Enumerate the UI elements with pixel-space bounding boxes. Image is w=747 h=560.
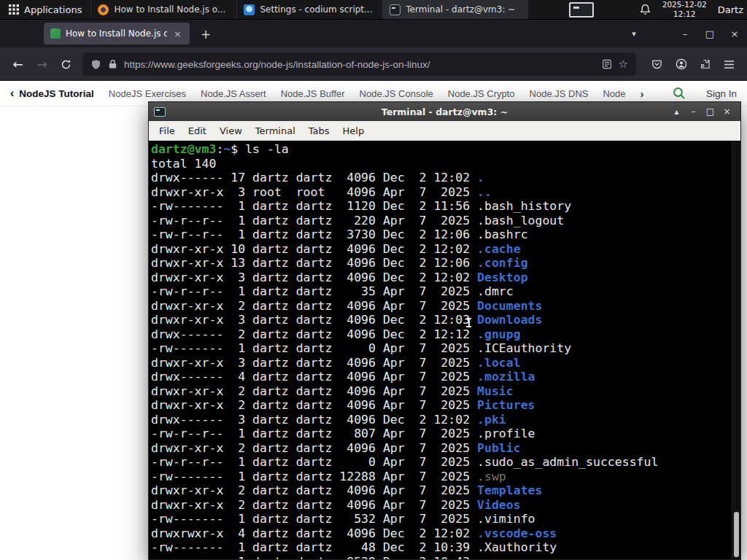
browser-close-button[interactable]: × (722, 28, 747, 39)
file-meta: -rw-r--r-- 1 dartz dartz 35 Apr 7 2025 (151, 284, 477, 298)
tab-close-button[interactable]: × (172, 28, 183, 39)
extensions-puzzle-icon[interactable] (693, 52, 717, 76)
file-meta: drwxr-xr-x 2 dartz dartz 4096 Apr 7 2025 (151, 483, 477, 497)
file-meta: drwxr-xr-x 3 root root 4096 Apr 7 2025 (151, 185, 477, 199)
gfg-nav-link[interactable]: Node.JS Crypto (448, 88, 515, 99)
taskbar-window-title: How to Install Node.js o... (114, 4, 225, 15)
gfg-nav-active-link[interactable]: ‹ NodeJS Tutorial (10, 88, 94, 99)
taskbar-window-button[interactable]: How to Install Node.js o... (90, 0, 236, 19)
tracking-shield-icon[interactable] (90, 59, 101, 70)
terminal-output-line: drwxr-xr-x 2 dartz dartz 4096 Apr 7 2025… (151, 498, 730, 513)
file-name: Music (477, 384, 514, 398)
padlock-icon[interactable] (108, 59, 117, 69)
bookmark-star-icon[interactable]: ☆ (619, 58, 628, 71)
tabstrip-controls: ▾ – □ × (623, 20, 747, 47)
back-button[interactable]: ← (6, 52, 30, 76)
file-meta: -rw-r--r-- 1 dartz dartz 3730 Dec 2 12:0… (151, 228, 477, 241)
hamburger-menu-icon[interactable] (717, 52, 741, 76)
file-name: .viminfo (477, 512, 535, 526)
terminal-titlebar[interactable]: Terminal - dartz@vm3: ~ ▴ – □ × (149, 102, 740, 121)
terminal-menu-item[interactable]: Tabs (302, 123, 336, 139)
terminal-scrollbar[interactable] (732, 141, 740, 559)
url-text[interactable]: https://www.geeksforgeeks.org/node-js/in… (124, 59, 595, 70)
terminal-minimize-button[interactable]: – (685, 106, 702, 117)
pocket-icon[interactable] (645, 52, 669, 76)
file-name: Documents (477, 299, 542, 313)
file-meta: -rw------- 1 dartz dartz 48 Dec 2 10:39 (151, 540, 477, 554)
typed-command: ls -la (245, 142, 289, 156)
file-meta: drwxr-xr-x 2 dartz dartz 4096 Apr 7 2025 (151, 384, 477, 398)
file-meta: drwxr-xr-x 3 dartz dartz 4096 Apr 7 2025 (151, 356, 477, 370)
file-name: Downloads (477, 313, 542, 327)
tab-strip: How to Install Node.js on × + ▾ – □ × (0, 20, 747, 47)
reader-mode-icon[interactable] (602, 59, 612, 69)
file-meta: -rw-r--r-- 1 dartz dartz 0 Apr 7 2025 (151, 455, 477, 469)
file-name: . (477, 171, 484, 184)
file-meta: -rw------- 1 dartz dartz 0 Apr 7 2025 (151, 341, 477, 355)
browser-maximize-button[interactable]: □ (697, 28, 722, 39)
terminal-output-line: drwx------ 17 dartz dartz 4096 Dec 2 12:… (151, 171, 730, 185)
terminal-maximize-button[interactable]: □ (702, 106, 719, 117)
scrollbar-thumb[interactable] (734, 512, 739, 557)
terminal-output-line: drwx------ 2 dartz dartz 4096 Dec 2 12:1… (151, 327, 730, 342)
all-tabs-chevron-icon[interactable]: ▾ (623, 29, 645, 39)
taskbar-window-title: Settings - codium script... (260, 4, 372, 15)
gfg-nav-link[interactable]: Node (603, 88, 625, 99)
browser-tab[interactable]: How to Install Node.js on × (44, 23, 190, 44)
taskbar-window-button[interactable]: Settings - codium script... (236, 0, 382, 19)
taskbar-app-icon (244, 4, 255, 15)
gfg-nav-link[interactable]: Node.JS Buffer (281, 88, 345, 99)
terminal-output-line: -rw------- 1 dartz dartz 12288 Apr 7 202… (151, 470, 730, 484)
taskbar-window-title: Terminal - dartz@vm3: ~ (406, 4, 515, 15)
terminal-output-line: drwxr-xr-x 2 dartz dartz 4096 Apr 7 2025… (151, 398, 730, 413)
terminal-menu-item[interactable]: Terminal (249, 123, 302, 139)
terminal-menu-item[interactable]: View (213, 123, 249, 139)
gfg-active-label: NodeJS Tutorial (19, 88, 94, 99)
taskbar-window-button[interactable]: Terminal - dartz@vm3: ~ (382, 0, 528, 19)
terminal-menu-item[interactable]: File (152, 123, 182, 139)
gfg-nav-link[interactable]: Node.JS Assert (201, 88, 266, 99)
file-name: Templates (477, 483, 542, 497)
url-bar[interactable]: https://www.geeksforgeeks.org/node-js/in… (82, 52, 636, 76)
reload-button[interactable] (54, 52, 78, 76)
terminal-output-line: drwxr-xr-x 2 dartz dartz 4096 Apr 7 2025… (151, 384, 730, 399)
terminal-shade-button[interactable]: ▴ (668, 106, 685, 117)
terminal-output-line: drwxr-xr-x 10 dartz dartz 4096 Dec 2 12:… (151, 242, 730, 257)
file-name: .xscreensaver (477, 555, 571, 560)
terminal-output-line: -rw------- 1 dartz dartz 1120 Dec 2 11:5… (151, 199, 730, 214)
file-name: .sudo_as_admin_successful (477, 455, 658, 469)
new-tab-button[interactable]: + (197, 26, 214, 43)
file-meta: -rw------- 1 dartz dartz 1120 Dec 2 11:5… (151, 199, 477, 213)
file-name: .mozilla (477, 370, 535, 384)
file-name: Public (477, 441, 521, 455)
clock[interactable]: 2025-12-02 12:12 (662, 0, 707, 18)
sign-in-link[interactable]: Sign In (706, 88, 737, 99)
applications-menu-button[interactable]: Applications (0, 0, 90, 19)
user-menu[interactable]: Dartz (718, 4, 743, 15)
nav-next-chevron-icon[interactable]: › (640, 88, 644, 100)
terminal-menu-item[interactable]: Help (336, 123, 371, 139)
terminal-output[interactable]: dartz@vm3:~$ ls -la total 140 drwx------… (149, 141, 740, 559)
gfg-nav-link[interactable]: NodeJS Exercises (109, 88, 186, 99)
tray-terminal-icon[interactable] (569, 2, 594, 18)
terminal-window: Terminal - dartz@vm3: ~ ▴ – □ × File Edi… (148, 101, 741, 560)
browser-minimize-button[interactable]: – (673, 28, 697, 39)
search-icon[interactable] (673, 87, 686, 100)
gfg-nav-link[interactable]: Node.JS DNS (530, 88, 589, 99)
terminal-output-line: drwxr-xr-x 2 dartz dartz 4096 Apr 7 2025… (151, 299, 730, 314)
file-name: .config (477, 256, 528, 270)
account-icon[interactable] (669, 52, 693, 76)
terminal-menu-item[interactable]: Edit (182, 123, 213, 139)
nav-prev-chevron-icon[interactable]: ‹ (10, 88, 14, 99)
terminal-output-line: drwxr-xr-x 2 dartz dartz 4096 Apr 7 2025… (151, 441, 730, 456)
notifications-bell-icon[interactable] (639, 4, 651, 16)
gfg-nav-link[interactable]: Node.JS Console (360, 88, 433, 99)
file-meta: -rw------- 1 dartz dartz 12288 Apr 7 202… (151, 470, 477, 483)
browser-toolbar: ← → https://www.geeksforgeeks.org/node-j… (0, 47, 747, 81)
file-name: .vscode-oss (477, 526, 557, 540)
terminal-output-line: drwxr-xr-x 3 root root 4096 Apr 7 2025 .… (151, 185, 730, 200)
terminal-close-button[interactable]: × (719, 106, 735, 117)
system-tray (569, 0, 594, 19)
file-meta: drwx------ 4 dartz dartz 4096 Apr 7 2025 (151, 370, 477, 384)
terminal-output-line: drwx------ 3 dartz dartz 4096 Dec 2 12:0… (151, 413, 730, 427)
